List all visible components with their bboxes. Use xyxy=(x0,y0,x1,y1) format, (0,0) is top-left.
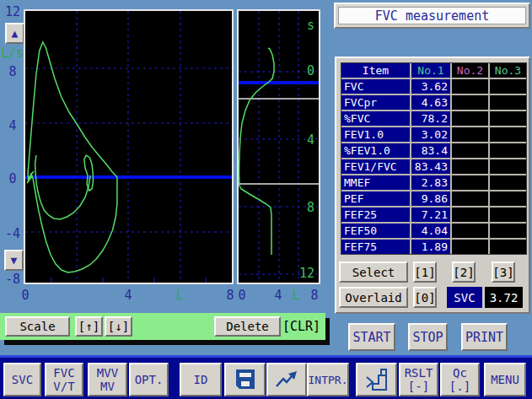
select-trial-2-button[interactable]: [2] xyxy=(452,262,476,283)
row-value-no3 xyxy=(490,175,526,190)
row-value-no1: 7.21 xyxy=(411,208,450,222)
toolbar-interpretation-button[interactable]: INTPR. xyxy=(307,363,349,396)
second-inspiratory-curve xyxy=(35,155,91,219)
row-label: FVCpr xyxy=(341,95,410,110)
row-value-no2 xyxy=(452,175,488,190)
col-header-no3: No.3 xyxy=(490,63,526,78)
fv-axis-label-8: 8 xyxy=(2,64,24,79)
toolbar-qc-button[interactable]: Qc [.] xyxy=(440,363,480,396)
down-triangle-icon: ▼ xyxy=(11,254,18,267)
row-label: FEV1/FVC xyxy=(341,159,410,174)
select-trial-3-button[interactable]: [3] xyxy=(492,262,515,283)
row-label: MMEF xyxy=(341,175,410,190)
clear-key-label: [CLR] xyxy=(282,319,320,334)
row-value-no3 xyxy=(490,143,526,158)
row-value-no3 xyxy=(490,111,526,126)
fv-axis-label-12: 12 xyxy=(2,4,24,19)
col-header-no2: No.2 xyxy=(452,63,488,78)
row-label: FVC xyxy=(341,79,410,94)
row-label: %FVC xyxy=(341,111,410,126)
vt-x-label-4: 4 xyxy=(271,288,285,303)
expiratory-curve xyxy=(28,42,117,182)
row-value-no1: 4.04 xyxy=(411,224,450,238)
row-value-no2 xyxy=(452,95,488,110)
stop-button[interactable]: STOP xyxy=(408,323,448,351)
zero-flow-line xyxy=(25,175,232,179)
select-trial-1-button[interactable]: [1] xyxy=(413,262,437,283)
vt-x-unit: L xyxy=(289,288,303,303)
row-value-no3 xyxy=(490,127,526,142)
row-value-no3 xyxy=(490,79,526,94)
row-value-no2 xyxy=(452,159,488,174)
toolbar-options-button[interactable]: OPT. xyxy=(129,363,169,396)
select-button[interactable]: Select xyxy=(339,262,408,283)
overlaid-button[interactable]: Overlaid xyxy=(339,287,408,308)
calibration-syringe-icon xyxy=(363,366,390,393)
col-header-item: Item xyxy=(341,63,410,78)
toolbar-id-button[interactable]: ID xyxy=(180,363,222,396)
flow-volume-plot xyxy=(25,11,232,283)
row-value-no1: 2.83 xyxy=(411,175,450,190)
scale-increase-button[interactable]: [↑] xyxy=(75,316,103,337)
row-value-no1: 1.89 xyxy=(411,240,450,254)
start-button[interactable]: START xyxy=(348,323,395,351)
row-value-no2 xyxy=(452,191,488,206)
row-label: PEF xyxy=(341,191,410,206)
floppy-disk-icon xyxy=(234,368,257,391)
row-value-no2 xyxy=(452,224,488,238)
row-value-no1: 83.43 xyxy=(411,159,450,174)
toolbar-calibration-button[interactable] xyxy=(356,363,397,396)
row-value-no2 xyxy=(452,79,488,94)
row-value-no3 xyxy=(490,224,526,238)
row-value-no3 xyxy=(490,208,526,222)
toolbar-trend-button[interactable] xyxy=(266,363,307,396)
row-value-no1: 9.86 xyxy=(411,191,450,206)
trend-arrow-icon xyxy=(274,369,299,391)
row-value-no2 xyxy=(452,127,488,142)
scale-button[interactable]: Scale xyxy=(5,316,70,337)
row-value-no3 xyxy=(490,240,526,254)
toolbar-mvv-mv-line2: MV xyxy=(100,380,115,393)
svc-label: SVC xyxy=(447,287,482,308)
toolbar-result-line2: [-] xyxy=(408,380,429,393)
delete-button[interactable]: Delete xyxy=(214,316,281,337)
toolbar-save-button[interactable] xyxy=(224,363,266,396)
scale-decrease-button[interactable]: [↓] xyxy=(105,316,132,337)
inspiratory-curve xyxy=(31,173,117,272)
results-table: Item No.1 No.2 No.3 FVC 3.62 FVCpr 4.63 … xyxy=(341,62,527,255)
svc-value: 3.72 xyxy=(485,287,523,308)
row-value-no2 xyxy=(452,143,488,158)
toolbar-result-line1: RSLT xyxy=(405,366,433,380)
fv-axis-label-4: 4 xyxy=(2,118,24,133)
scale-down-button[interactable]: ▼ xyxy=(4,250,24,271)
fv-axis-unit: L/s xyxy=(1,46,23,61)
row-value-no3 xyxy=(490,159,526,174)
fvc-measurement-screen: { "title": "FVC measurement", "colors": … xyxy=(0,0,532,399)
toolbar-fvc-vt-line1: FVC xyxy=(53,366,74,380)
fv-x-label-0: 0 xyxy=(19,288,32,303)
fv-x-label-4: 4 xyxy=(121,288,135,303)
toolbar-menu-button[interactable]: MENU xyxy=(484,363,526,396)
row-value-no3 xyxy=(490,95,526,110)
overlaid-0-button[interactable]: [0] xyxy=(413,287,437,308)
row-value-no2 xyxy=(452,111,488,126)
row-label: FEF25 xyxy=(341,208,410,222)
toolbar-mvv-mv-button[interactable]: MVV MV xyxy=(88,363,127,396)
row-label: FEF75 xyxy=(341,240,410,254)
volume-time-graph: s 0 4 8 12 xyxy=(237,9,320,284)
toolbar-fvc-vt-line2: V/T xyxy=(53,380,74,393)
toolbar-mvv-mv-line1: MVV xyxy=(97,366,118,380)
print-button[interactable]: PRINT xyxy=(461,323,508,351)
row-label: FEV1.0 xyxy=(341,127,410,142)
row-value-no1: 3.62 xyxy=(411,79,450,94)
title-box: FVC measurement xyxy=(334,3,530,29)
scale-up-button[interactable]: ▲ xyxy=(5,23,24,44)
toolbar-svc-button[interactable]: SVC xyxy=(3,363,41,396)
toolbar-result-button[interactable]: RSLT [-] xyxy=(399,363,438,396)
fv-x-unit: L xyxy=(173,288,186,303)
vt-x-label-0: 0 xyxy=(235,288,249,303)
toolbar-fvc-vt-button[interactable]: FVC V/T xyxy=(45,363,83,396)
row-label: FEF50 xyxy=(341,224,410,238)
row-label: %FEV1.0 xyxy=(341,143,410,158)
vt-axis-unit: s xyxy=(307,18,314,33)
